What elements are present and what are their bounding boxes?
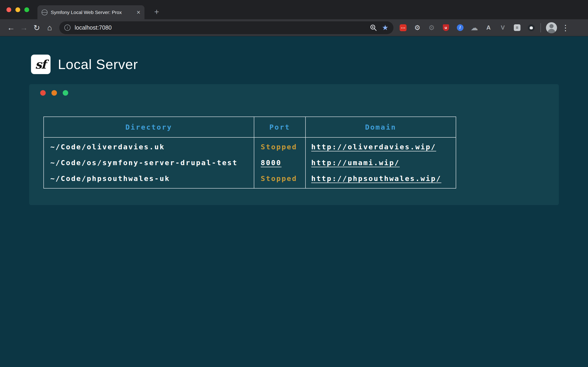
blue-circle-extension-icon[interactable]: / (456, 24, 464, 31)
window-minimize-button[interactable] (15, 7, 20, 12)
table-row: ~/Code/phpsouthwales-uk Stopped http://p… (44, 171, 456, 188)
port-status: Stopped (261, 143, 297, 151)
tab-title: Symfony Local Web Server: Prox (51, 10, 133, 15)
browser-menu-icon[interactable]: ⋮ (562, 23, 569, 32)
server-panel: Directory Port Domain ~/Code/oliverdavie… (29, 84, 559, 205)
tab-close-icon[interactable]: × (137, 9, 140, 16)
bookmark-star-icon[interactable]: ★ (382, 24, 389, 31)
panel-window-dots (40, 90, 559, 96)
table-row: ~/Code/oliverdavies.uk Stopped http://ol… (44, 137, 456, 155)
window-controls (6, 7, 29, 12)
panel-orange-dot (52, 90, 57, 96)
forward-icon[interactable]: → (17, 23, 30, 32)
profile-avatar[interactable] (546, 22, 557, 33)
browser-toolbar: ← → ↻ ⌂ i localhost:7080 ★ ⋯ ⚙ ⚙ u / ☁ A… (0, 19, 588, 36)
symfony-logo-text: sf (35, 57, 47, 71)
address-text: localhost:7080 (75, 24, 370, 31)
page-body: sf Local Server Directory Port Domain (0, 36, 588, 367)
window-close-button[interactable] (6, 7, 11, 12)
servers-table: Directory Port Domain ~/Code/oliverdavie… (43, 117, 456, 189)
column-header-domain: Domain (305, 117, 456, 137)
letter-a-extension-icon[interactable]: A (485, 24, 492, 31)
ublock-shield-icon[interactable]: u (442, 24, 450, 31)
panel-green-dot (63, 90, 68, 96)
directory-cell: ~/Code/os/symfony-server-drupal-test (44, 155, 254, 171)
github-octocat-icon[interactable] (527, 24, 535, 31)
column-header-port: Port (254, 117, 305, 137)
dark-gear-extension-icon[interactable]: ⚙ (428, 24, 435, 31)
domain-link[interactable]: http://umami.wip/ (311, 158, 400, 167)
window-zoom-button[interactable] (24, 7, 29, 12)
address-bar[interactable]: i localhost:7080 ★ (59, 21, 393, 34)
home-icon[interactable]: ⌂ (43, 23, 56, 32)
letter-v-extension-icon[interactable]: V (499, 24, 506, 31)
extensions-bar: ⋯ ⚙ ⚙ u / ☁ A V ≡ (399, 24, 535, 31)
gear-extension-icon[interactable]: ⚙ (414, 24, 421, 31)
page-title: Local Server (58, 56, 138, 72)
cloud-extension-icon[interactable]: ☁ (471, 24, 478, 31)
domain-link[interactable]: http://phpsouthwales.wip/ (311, 174, 441, 183)
table-header-row: Directory Port Domain (44, 117, 456, 137)
zoom-icon[interactable] (370, 24, 377, 32)
site-info-icon[interactable]: i (64, 25, 70, 31)
toolbar-separator (540, 23, 541, 32)
symfony-logo: sf (31, 55, 51, 74)
panel-red-dot (40, 90, 46, 96)
column-header-directory: Directory (44, 117, 254, 137)
light-square-extension-icon[interactable]: ≡ (513, 24, 521, 31)
page-header: sf Local Server (0, 36, 588, 74)
browser-tab[interactable]: Symfony Local Web Server: Prox × (37, 5, 145, 19)
port-status: Stopped (261, 174, 297, 183)
tab-favicon (42, 9, 48, 15)
directory-cell: ~/Code/phpsouthwales-uk (44, 171, 254, 188)
tab-strip: Symfony Local Web Server: Prox × + (0, 0, 588, 19)
port-link[interactable]: 8000 (261, 158, 282, 167)
domain-link[interactable]: http://oliverdavies.wip/ (311, 143, 436, 151)
reload-icon[interactable]: ↻ (30, 23, 43, 32)
back-icon[interactable]: ← (5, 23, 17, 32)
new-tab-button[interactable]: + (152, 7, 162, 17)
table-row: ~/Code/os/symfony-server-drupal-test 800… (44, 155, 456, 171)
red-dots-extension-icon[interactable]: ⋯ (399, 24, 407, 31)
directory-cell: ~/Code/oliverdavies.uk (44, 137, 254, 155)
